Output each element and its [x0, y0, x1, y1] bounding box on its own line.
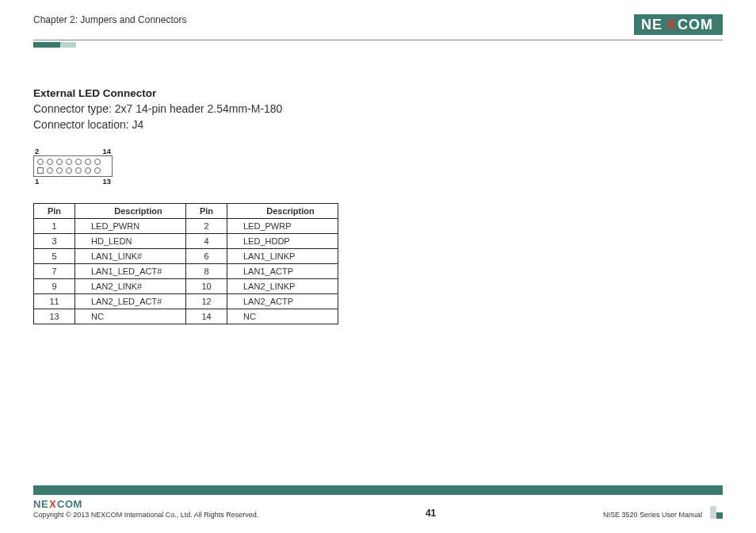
connector-type-line: Connector type: 2x7 14-pin header 2.54mm…	[33, 102, 723, 115]
pin-table-header-desc-a: Description	[75, 204, 186, 219]
page-number: 41	[426, 508, 436, 519]
pin-cell: 7	[34, 264, 75, 279]
diagram-label-bottom-right: 13	[102, 177, 111, 186]
pin-cell: 4	[186, 234, 227, 249]
table-row: 1LED_PWRN2LED_PWRP	[34, 219, 338, 234]
pin-cell: 14	[186, 309, 227, 324]
table-row: 7LAN1_LED_ACT#8LAN1_ACTP	[34, 264, 338, 279]
pin-table-header-row: Pin Description Pin Description	[34, 204, 338, 219]
brand-logo-bottom: NE X COM	[33, 498, 258, 509]
diagram-label-top-left: 2	[35, 147, 39, 155]
svg-text:NE: NE	[33, 498, 48, 509]
desc-cell: LAN1_LINK#	[75, 249, 186, 264]
header-divider	[33, 40, 723, 40]
copyright-text: Copyright © 2013 NEXCOM International Co…	[33, 511, 258, 519]
table-row: 3HD_LEDN4LED_HDDP	[34, 234, 338, 249]
desc-cell: LED_PWRP	[227, 219, 338, 234]
pin-table-header-pin-b: Pin	[186, 204, 227, 219]
diagram-label-top-right: 14	[102, 147, 111, 155]
svg-text:X: X	[49, 498, 56, 509]
diagram-row-even	[37, 159, 109, 165]
pin-cell: 13	[34, 309, 75, 324]
brand-logo-top: NE X COM	[634, 14, 723, 35]
pin-cell: 12	[186, 294, 227, 309]
pin-cell: 3	[34, 234, 75, 249]
connector-type-label: Connector type:	[33, 102, 112, 115]
svg-text:COM: COM	[678, 17, 713, 33]
pin-header-diagram: 2 14 1 13	[33, 147, 113, 186]
connector-location-label: Connector location:	[33, 118, 129, 131]
desc-cell: NC	[227, 309, 338, 324]
pin-cell: 11	[34, 294, 75, 309]
pin-table: Pin Description Pin Description 1LED_PWR…	[33, 203, 338, 324]
table-row: 11LAN2_LED_ACT#12LAN2_ACTP	[34, 294, 338, 309]
chapter-title: Chapter 2: Jumpers and Connectors	[33, 14, 186, 25]
desc-cell: LED_PWRN	[75, 219, 186, 234]
section-title: External LED Connector	[33, 87, 723, 99]
svg-text:NE: NE	[641, 17, 662, 33]
pin-cell: 1	[34, 219, 75, 234]
pin-cell: 8	[186, 264, 227, 279]
connector-location-line: Connector location: J4	[33, 118, 723, 131]
pin-table-header-desc-b: Description	[227, 204, 338, 219]
pin-cell: 9	[34, 279, 75, 294]
desc-cell: NC	[75, 309, 186, 324]
table-row: 9LAN2_LINK#10LAN2_LINKP	[34, 279, 338, 294]
footer: NE X COM Copyright © 2013 NEXCOM Interna…	[33, 485, 723, 519]
manual-name: NISE 3520 Series User Manual	[603, 511, 702, 519]
table-row: 13NC14NC	[34, 309, 338, 324]
pin-cell: 6	[186, 249, 227, 264]
desc-cell: HD_LEDN	[75, 234, 186, 249]
pin-cell: 2	[186, 219, 227, 234]
desc-cell: LAN2_ACTP	[227, 294, 338, 309]
desc-cell: LAN2_LINK#	[75, 279, 186, 294]
footer-tile-icon	[710, 506, 723, 519]
pin-table-header-pin-a: Pin	[34, 204, 75, 219]
connector-location-value: J4	[132, 118, 144, 131]
pin-cell: 5	[34, 249, 75, 264]
desc-cell: LAN2_LED_ACT#	[75, 294, 186, 309]
desc-cell: LED_HDDP	[227, 234, 338, 249]
table-row: 5LAN1_LINK#6LAN1_LINKP	[34, 249, 338, 264]
svg-text:COM: COM	[57, 498, 82, 509]
desc-cell: LAN1_ACTP	[227, 264, 338, 279]
accent-bars	[33, 42, 723, 48]
svg-text:X: X	[666, 17, 675, 33]
pin-cell: 10	[186, 279, 227, 294]
diagram-label-bottom-left: 1	[35, 177, 39, 186]
desc-cell: LAN2_LINKP	[227, 279, 338, 294]
desc-cell: LAN1_LED_ACT#	[75, 264, 186, 279]
connector-type-value: 2x7 14-pin header 2.54mm-M-180	[115, 102, 283, 115]
desc-cell: LAN1_LINKP	[227, 249, 338, 264]
diagram-row-odd	[37, 167, 109, 174]
footer-bar	[33, 485, 723, 495]
